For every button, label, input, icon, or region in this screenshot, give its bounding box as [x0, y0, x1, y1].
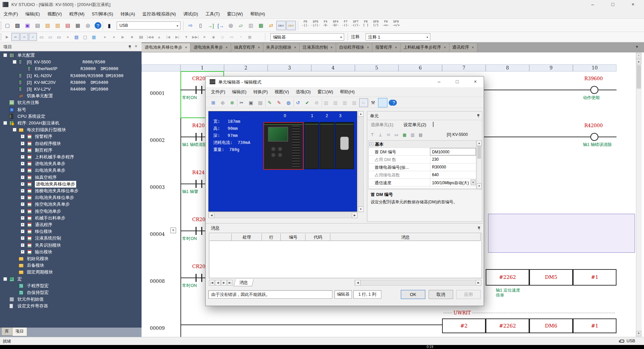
tree-item[interactable]: +上料机械手单步程序 [0, 154, 142, 160]
stop-icon[interactable]: ■ [128, 33, 136, 41]
step-first-icon[interactable]: |◀◀ [146, 33, 154, 41]
network-icon[interactable]: ◍ [284, 98, 293, 107]
tab-夹具识别模块[interactable]: 夹具识别模块× [263, 43, 300, 52]
swap-hm-icon[interactable]: ⇄ [266, 21, 276, 30]
contact-symbol[interactable] [201, 274, 202, 282]
scroll-right-icon[interactable]: ▶ [476, 280, 481, 286]
property-row[interactable]: 首 DM 编号DM10000 [369, 148, 476, 156]
tree-item[interactable]: +推横电池夹具移位单步 [0, 188, 142, 194]
new-file-icon[interactable]: ▢ [3, 21, 12, 30]
menu-程序(M)[interactable]: 程序(M) [65, 9, 88, 18]
view-4-icon[interactable]: ▤ [417, 131, 424, 139]
menu-ST/脚本(S)[interactable]: ST/脚本(S) [88, 9, 117, 18]
dialog-menu-窗口(W)[interactable]: 窗口(W) [314, 87, 336, 97]
contact-symbol[interactable] [196, 227, 197, 235]
message-hscrollbar[interactable]: ◀ ▶ [355, 280, 481, 286]
collapse-expander-icon[interactable]: − [370, 142, 373, 146]
tree-item[interactable]: +自动程序模块 [0, 140, 142, 147]
blue-grid-icon[interactable]: ▦ [90, 33, 98, 41]
tree-item[interactable]: +出电池夹具单步 [0, 167, 142, 174]
dev-1-icon[interactable]: DEV [276, 21, 286, 30]
property-row[interactable]: 首继电器编号(按...R30000 [369, 163, 476, 171]
tree-item[interactable]: 固定周期模块 [0, 269, 142, 276]
nav-next-icon[interactable]: ▶ [221, 280, 227, 286]
close-tab-icon[interactable]: × [185, 45, 187, 49]
tree-item[interactable]: 后备模块 [0, 262, 142, 269]
ladder-vscrollbar[interactable] [636, 52, 642, 337]
tree-item[interactable]: -宏 [0, 276, 142, 283]
window-2-icon[interactable]: ▭ [46, 33, 54, 41]
clock-icon[interactable]: ◔ [236, 33, 245, 41]
expand-expander-icon[interactable]: + [21, 155, 24, 159]
contact-symbol[interactable] [201, 133, 202, 141]
close-button[interactable]: × [625, 0, 641, 9]
protect-ladder-icon[interactable]: ▨ [53, 21, 62, 30]
unit-kl-n20v[interactable] [304, 122, 319, 169]
property-row[interactable]: 通信速度100/10Mbps自动(大)▼ [369, 179, 476, 187]
collapse-tree-icon[interactable]: ⊥ [377, 131, 384, 139]
step-fwd-icon[interactable]: ▶| [173, 33, 181, 41]
tree-item[interactable]: [3] KV-L2*VR44000 DM10900 [0, 86, 142, 93]
add-view-icon[interactable]: + [636, 53, 641, 58]
dialog-menu-帮助(H)[interactable]: 帮助(H) [336, 87, 358, 97]
expand-expander-icon[interactable]: + [21, 162, 24, 165]
scroll-up-icon[interactable]: ▲ [636, 59, 641, 64]
scroll-down-icon[interactable]: ▼ [636, 331, 641, 336]
dm-check-icon[interactable]: ✔ [303, 98, 312, 107]
import-ladder-icon[interactable]: ▧ [43, 21, 52, 30]
preview-hscrollbar[interactable]: ◀ ▶ [208, 212, 357, 218]
property-row[interactable]: 占用继电器数640 [369, 171, 476, 179]
timer-digital-icon[interactable]: ▦ [246, 33, 254, 41]
contact-symbol[interactable] [201, 86, 202, 94]
unit-g1-icon[interactable]: ▥ [322, 98, 330, 107]
menu-帮助(H)[interactable]: 帮助(H) [247, 9, 269, 18]
page-new-icon[interactable]: ▢ [81, 33, 89, 41]
editor-mode-selector[interactable]: 编辑器▼ [270, 33, 344, 41]
setup-wrench-icon[interactable]: ⚒ [369, 98, 377, 107]
align-center-icon[interactable]: + [64, 33, 72, 41]
close-tab-icon[interactable]: × [330, 45, 332, 49]
message-column-行[interactable]: 行 [262, 234, 281, 241]
expand-expander-icon[interactable]: + [21, 250, 24, 254]
message-tab[interactable]: 消息 [233, 279, 254, 286]
tab-上料机械手单步程序[interactable]: 上料机械手单步程序× [400, 43, 449, 52]
dialog-minimize-button[interactable]: – [430, 77, 448, 87]
page-blue-icon[interactable]: ▤ [72, 33, 80, 41]
help-icon[interactable]: ? [391, 100, 397, 106]
expand-expander-icon[interactable]: + [21, 236, 24, 240]
save-project-icon[interactable]: ▣ [23, 21, 32, 30]
collapse-expander-icon[interactable]: - [3, 277, 7, 281]
menu-调试(D)[interactable]: 调试(D) [179, 9, 202, 18]
maximize-button[interactable]: □ [605, 0, 621, 9]
collapse-expander-icon[interactable]: - [3, 53, 7, 57]
fkey-SF4[interactable]: SF4-U/- [331, 20, 340, 31]
scroll-down-icon[interactable]: ▼ [358, 206, 364, 212]
tab-注液系统控制[interactable]: 注液系统控制× [300, 43, 336, 52]
kl-unit-icon[interactable]: KL [359, 98, 368, 107]
nav-first-icon[interactable]: |◀ [209, 280, 215, 286]
select-cursor-icon[interactable]: ➤ [3, 33, 11, 41]
unit-g2-icon[interactable]: ▥ [331, 98, 340, 107]
record-2-icon[interactable]: ● [110, 33, 118, 41]
operand-cell[interactable]: #1 [573, 318, 616, 333]
scroll-left-icon[interactable]: ◀ [209, 212, 214, 218]
tab-library[interactable]: 库 [1, 328, 12, 336]
property-value[interactable]: 230 [430, 156, 476, 163]
menu-视图(V)[interactable]: 视图(V) [44, 9, 65, 18]
close-panel-icon[interactable]: × [135, 44, 137, 49]
property-value[interactable]: 100/10Mbps自动(大)▼ [430, 179, 476, 186]
dialog-menu-文件(F)[interactable]: 文件(F) [208, 87, 229, 97]
tree-item[interactable]: -每次扫描执行型模块 [0, 127, 142, 133]
expand-tree-icon[interactable]: ⊤ [369, 131, 376, 139]
tree-item[interactable]: EtherNet/IPR30000 DM10000 [0, 65, 142, 72]
scroll-thumb[interactable] [637, 65, 641, 89]
window-1-icon[interactable]: ▭ [38, 33, 46, 41]
tab-project[interactable]: 项目 [12, 328, 27, 336]
tab-通讯程序[interactable]: 通讯程序× [449, 43, 477, 52]
expand-expander-icon[interactable]: + [21, 196, 24, 199]
dev-2-icon[interactable]: DEV [286, 21, 296, 30]
property-row[interactable]: 占用 DM 数230 [369, 156, 476, 163]
tab-抽真空程序[interactable]: 抽真空程序× [231, 43, 263, 52]
scroll-thumb[interactable] [477, 146, 481, 159]
tree-item[interactable]: 软元件注释 [0, 99, 142, 106]
